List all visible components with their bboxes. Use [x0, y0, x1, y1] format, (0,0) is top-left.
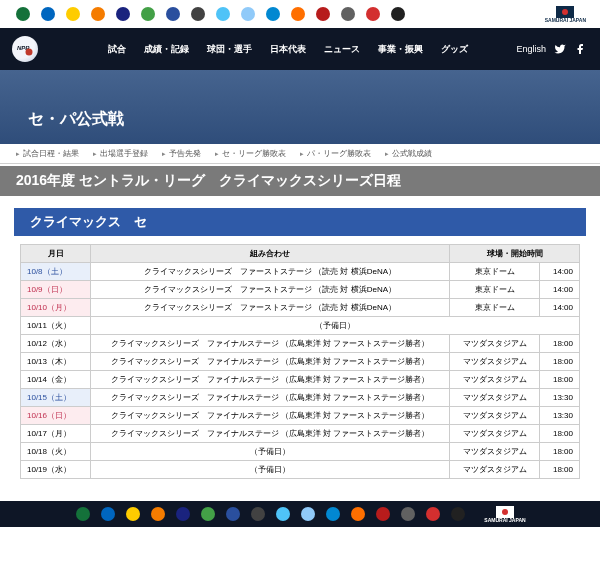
subnav-item-0[interactable]: 試合日程・結果	[16, 148, 79, 159]
cell-date: 10/15（土）	[21, 389, 91, 407]
table-row: 10/19（水）（予備日）マツダスタジアム18:00	[21, 461, 580, 479]
team-2-logo[interactable]	[39, 5, 57, 23]
samurai-label-footer: SAMURAI JAPAN	[484, 518, 525, 523]
team-9-logo[interactable]	[274, 505, 292, 523]
subnav-item-4[interactable]: パ・リーグ勝敗表	[300, 148, 371, 159]
cell-time: 14:00	[540, 299, 580, 317]
subnav-item-2[interactable]: 予告先発	[162, 148, 201, 159]
table-row: 10/18（火）（予備日）マツダスタジアム18:00	[21, 443, 580, 461]
th-match: 組み合わせ	[91, 245, 450, 263]
cell-match: クライマックスシリーズ ファイナルステージ （広島東洋 対 ファーストステージ勝…	[91, 407, 450, 425]
table-row: 10/10（月）クライマックスシリーズ ファーストステージ （読売 対 横浜De…	[21, 299, 580, 317]
hero-banner: セ・パ公式戦	[0, 70, 600, 144]
team-5-logo[interactable]	[114, 5, 132, 23]
cell-venue: 東京ドーム	[450, 281, 540, 299]
team-7-logo[interactable]	[224, 505, 242, 523]
cell-venue: マツダスタジアム	[450, 425, 540, 443]
table-header-row: 月日 組み合わせ 球場・開始時間	[21, 245, 580, 263]
team-16-logo[interactable]	[449, 505, 467, 523]
npb-logo[interactable]: NPB	[12, 36, 38, 62]
cell-time: 18:00	[540, 371, 580, 389]
nav-item-6[interactable]: グッズ	[441, 43, 468, 56]
nav-item-5[interactable]: 事業・振興	[378, 43, 423, 56]
cell-date: 10/17（月）	[21, 425, 91, 443]
team-6-logo[interactable]	[139, 5, 157, 23]
subnav-item-5[interactable]: 公式戦成績	[385, 148, 432, 159]
cell-date: 10/19（水）	[21, 461, 91, 479]
subnav-item-1[interactable]: 出場選手登録	[93, 148, 148, 159]
cell-match: クライマックスシリーズ ファイナルステージ （広島東洋 対 ファーストステージ勝…	[91, 353, 450, 371]
cell-time: 18:00	[540, 425, 580, 443]
cell-time: 13:30	[540, 389, 580, 407]
team-15-logo[interactable]	[364, 5, 382, 23]
team-15-logo[interactable]	[424, 505, 442, 523]
page-title-bar: 2016年度 セントラル・リーグ クライマックスシリーズ日程	[0, 166, 600, 196]
samurai-japan-logo-footer[interactable]: SAMURAI JAPAN	[484, 506, 525, 523]
team-8-logo[interactable]	[189, 5, 207, 23]
schedule-table: 月日 組み合わせ 球場・開始時間 10/8（土）クライマックスシリーズ ファース…	[20, 244, 580, 479]
cell-match: クライマックスシリーズ ファイナルステージ （広島東洋 対 ファーストステージ勝…	[91, 335, 450, 353]
nav-item-3[interactable]: 日本代表	[270, 43, 306, 56]
team-11-logo[interactable]	[324, 505, 342, 523]
team-6-logo[interactable]	[199, 505, 217, 523]
table-row: 10/15（土）クライマックスシリーズ ファイナルステージ （広島東洋 対 ファ…	[21, 389, 580, 407]
footer-logo-bar-wrap: SAMURAI JAPAN	[0, 501, 600, 527]
twitter-icon[interactable]	[554, 43, 566, 55]
cell-match: （予備日）	[91, 443, 450, 461]
team-10-logo[interactable]	[299, 505, 317, 523]
team-12-logo[interactable]	[289, 5, 307, 23]
cell-date: 10/16（日）	[21, 407, 91, 425]
cell-time: 14:00	[540, 281, 580, 299]
team-8-logo[interactable]	[249, 505, 267, 523]
cell-match: クライマックスシリーズ ファイナルステージ （広島東洋 対 ファーストステージ勝…	[91, 371, 450, 389]
hero-title: セ・パ公式戦	[28, 109, 124, 130]
cell-match: クライマックスシリーズ ファーストステージ （読売 対 横浜DeNA）	[91, 299, 450, 317]
team-1-logo[interactable]	[74, 505, 92, 523]
main-header: NPB 試合成績・記録球団・選手日本代表ニュース事業・振興グッズ English	[0, 28, 600, 70]
table-row: 10/13（木）クライマックスシリーズ ファイナルステージ （広島東洋 対 ファ…	[21, 353, 580, 371]
th-date: 月日	[21, 245, 91, 263]
cell-date: 10/9（日）	[21, 281, 91, 299]
table-row: 10/12（水）クライマックスシリーズ ファイナルステージ （広島東洋 対 ファ…	[21, 335, 580, 353]
cell-match: クライマックスシリーズ ファーストステージ （読売 対 横浜DeNA）	[91, 281, 450, 299]
team-12-logo[interactable]	[349, 505, 367, 523]
nav-item-4[interactable]: ニュース	[324, 43, 360, 56]
footer-team-logo-bar: SAMURAI JAPAN	[74, 505, 525, 523]
nav-item-2[interactable]: 球団・選手	[207, 43, 252, 56]
team-13-logo[interactable]	[314, 5, 332, 23]
team-11-logo[interactable]	[264, 5, 282, 23]
cell-time: 18:00	[540, 353, 580, 371]
cell-venue: マツダスタジアム	[450, 371, 540, 389]
table-row: 10/16（日）クライマックスシリーズ ファイナルステージ （広島東洋 対 ファ…	[21, 407, 580, 425]
team-16-logo[interactable]	[389, 5, 407, 23]
english-link[interactable]: English	[516, 44, 546, 54]
cell-venue: 東京ドーム	[450, 263, 540, 281]
team-7-logo[interactable]	[164, 5, 182, 23]
svg-point-3	[26, 49, 33, 56]
cell-time: 14:00	[540, 263, 580, 281]
team-9-logo[interactable]	[214, 5, 232, 23]
svg-point-1	[562, 9, 568, 15]
cell-date: 10/14（金）	[21, 371, 91, 389]
samurai-japan-logo[interactable]: SAMURAI JAPAN	[545, 6, 586, 23]
team-13-logo[interactable]	[374, 505, 392, 523]
team-3-logo[interactable]	[64, 5, 82, 23]
team-14-logo[interactable]	[399, 505, 417, 523]
team-4-logo[interactable]	[149, 505, 167, 523]
team-2-logo[interactable]	[99, 505, 117, 523]
top-team-logo-bar: SAMURAI JAPAN	[0, 0, 600, 28]
facebook-icon[interactable]	[574, 43, 586, 55]
cell-time: 18:00	[540, 443, 580, 461]
subnav-item-3[interactable]: セ・リーグ勝敗表	[215, 148, 286, 159]
cell-venue: 東京ドーム	[450, 299, 540, 317]
cell-date: 10/8（土）	[21, 263, 91, 281]
team-14-logo[interactable]	[339, 5, 357, 23]
team-5-logo[interactable]	[174, 505, 192, 523]
nav-item-1[interactable]: 成績・記録	[144, 43, 189, 56]
team-4-logo[interactable]	[89, 5, 107, 23]
nav-item-0[interactable]: 試合	[108, 43, 126, 56]
team-10-logo[interactable]	[239, 5, 257, 23]
team-3-logo[interactable]	[124, 505, 142, 523]
section-title-bar: クライマックス セ	[14, 208, 586, 236]
team-1-logo[interactable]	[14, 5, 32, 23]
